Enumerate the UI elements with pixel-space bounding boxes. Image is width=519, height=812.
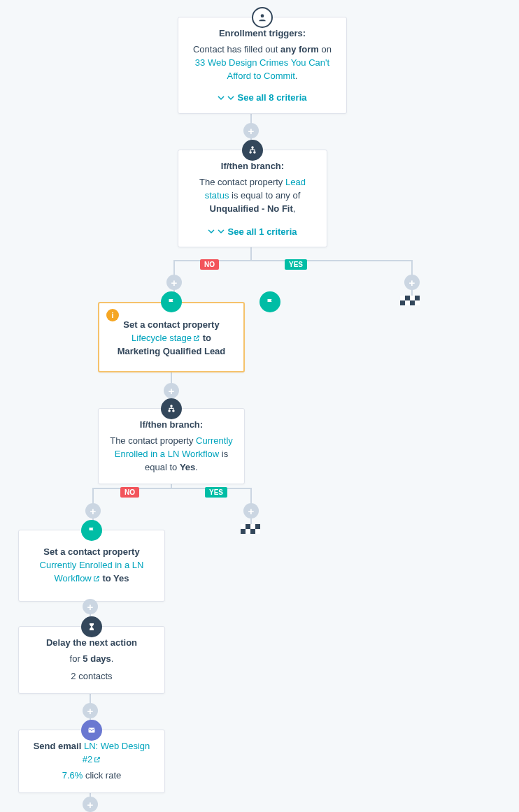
add-action-button[interactable]: + <box>83 703 98 718</box>
card-title: Delay the next action <box>30 637 153 650</box>
user-icon <box>252 7 273 28</box>
chevron-down-icon <box>208 228 215 235</box>
add-action-button[interactable]: + <box>243 503 259 519</box>
goal-icon <box>241 524 260 534</box>
branch-icon <box>161 398 182 419</box>
svg-point-0 <box>261 14 264 17</box>
branch-icon <box>242 140 263 161</box>
external-link-icon <box>93 575 100 582</box>
connector-line <box>327 260 413 261</box>
add-action-button[interactable]: + <box>164 383 179 398</box>
add-action-button[interactable]: + <box>85 503 101 519</box>
workflow-canvas[interactable]: Enrollment triggers: Contact has filled … <box>0 0 519 812</box>
card-body: Set a contact property Currently Enrolle… <box>30 546 153 586</box>
flag-icon <box>161 291 182 312</box>
if-then-branch-card[interactable]: If/then branch: The contact property Lea… <box>178 150 327 247</box>
if-then-branch-card[interactable]: If/then branch: The contact property Cur… <box>98 408 245 484</box>
add-action-button[interactable]: + <box>83 599 98 614</box>
external-link-icon <box>94 756 101 763</box>
chevron-down-icon <box>218 94 225 101</box>
delay-card[interactable]: Delay the next action for 5 days. 2 cont… <box>18 626 165 694</box>
enrollment-trigger-card[interactable]: Enrollment triggers: Contact has filled … <box>178 17 347 114</box>
stats-line: 7.6% click rate <box>30 769 153 783</box>
add-action-button[interactable]: + <box>166 275 182 290</box>
svg-point-3 <box>254 152 255 153</box>
chevron-down-icon <box>218 228 225 235</box>
card-body: The contact property Lead status is equa… <box>190 176 315 217</box>
email-icon <box>81 720 102 741</box>
card-title: If/then branch: <box>110 419 233 432</box>
svg-point-4 <box>171 405 172 407</box>
see-all-criteria-button[interactable]: See all 1 criteria <box>208 226 297 237</box>
card-body: for 5 days. <box>30 653 153 666</box>
add-action-button[interactable]: + <box>83 797 98 812</box>
branch-yes-label: YES <box>205 487 227 498</box>
send-email-card[interactable]: Send email LN: Web Design #2 7.6% click … <box>18 730 165 793</box>
card-body: Set a contact property Lifecycle stage t… <box>113 319 229 358</box>
hourglass-icon <box>81 616 102 637</box>
branch-yes-label: YES <box>285 259 307 270</box>
svg-point-5 <box>169 410 170 412</box>
svg-point-6 <box>173 410 174 412</box>
branch-no-label: NO <box>200 259 219 270</box>
set-property-card[interactable]: i Set a contact property Lifecycle stage… <box>98 302 245 372</box>
info-badge[interactable]: i <box>106 309 119 321</box>
connector-line <box>92 488 252 489</box>
stats-line: 2 contacts <box>30 670 153 683</box>
goal-icon <box>400 296 420 305</box>
svg-point-2 <box>250 152 251 153</box>
flag-icon <box>81 520 102 541</box>
card-title: Enrollment triggers: <box>190 27 335 41</box>
card-body: The contact property Currently Enrolled … <box>110 435 233 474</box>
add-action-button[interactable]: + <box>404 275 420 290</box>
see-all-criteria-button[interactable]: See all 8 criteria <box>218 92 306 103</box>
branch-no-label: NO <box>120 487 139 498</box>
card-body: Send email LN: Web Design #2 <box>30 740 153 767</box>
add-action-button[interactable]: + <box>243 123 259 138</box>
card-body: Contact has filled out any form on 33 We… <box>190 43 335 83</box>
chevron-down-icon <box>227 94 234 101</box>
svg-point-1 <box>252 147 253 148</box>
external-link-icon <box>193 335 200 342</box>
card-title: If/then branch: <box>190 160 315 173</box>
set-property-card[interactable]: Set a contact property Currently Enrolle… <box>18 530 165 602</box>
flag-icon <box>260 291 280 312</box>
